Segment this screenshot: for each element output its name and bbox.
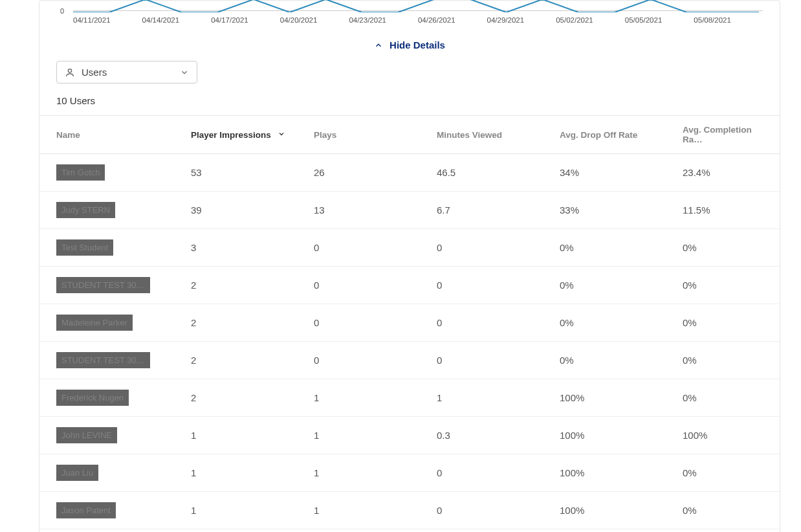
x-axis-label: 04/26/2021 xyxy=(418,16,487,24)
analytics-card: 0 04/11/202104/14/202104/17/202104/20/20… xyxy=(39,0,780,532)
hide-details-label: Hide Details xyxy=(390,39,445,50)
filter-value: Users xyxy=(82,67,107,78)
table-row[interactable]: Test Student3000%0% xyxy=(39,229,780,267)
cell-plays: 13 xyxy=(302,192,425,229)
cell-completion: 100% xyxy=(671,417,780,454)
cell-minutes: 0 xyxy=(425,229,548,267)
cell-completion: 0% xyxy=(671,229,780,267)
user-name-chip: Madeleine Parker xyxy=(56,315,133,331)
cell-drop: 0% xyxy=(548,229,671,267)
x-axis-label: 05/05/2021 xyxy=(625,16,694,24)
x-axis-label: 05/02/2021 xyxy=(556,16,625,24)
chevron-up-icon xyxy=(374,41,383,50)
cell-impressions: 2 xyxy=(179,267,302,304)
cell-minutes: 0.3 xyxy=(425,417,548,454)
x-axis-label: 05/08/2021 xyxy=(694,16,763,24)
filter-dropdown[interactable]: Users xyxy=(56,61,197,83)
cell-plays: 0 xyxy=(302,229,425,267)
user-name-chip: John LEVINE xyxy=(56,427,117,443)
cell-drop: 100% xyxy=(548,492,671,529)
svg-point-0 xyxy=(68,69,71,72)
cell-completion: 0% xyxy=(671,304,780,342)
cell-impressions: 2 xyxy=(179,304,302,342)
x-axis-label: 04/17/2021 xyxy=(211,16,280,24)
user-name-chip: Jason Patent xyxy=(56,502,116,518)
col-header-avg-completion[interactable]: Avg. Completion Ra… xyxy=(671,116,780,154)
table-row[interactable]: Jason Patent110100%0% xyxy=(39,492,780,529)
cell-completion: 0% xyxy=(671,454,780,492)
col-header-avg-drop-off[interactable]: Avg. Drop Off Rate xyxy=(548,116,671,154)
cell-minutes: 0 xyxy=(425,304,548,342)
cell-drop: 100% xyxy=(548,417,671,454)
cell-minutes: 0 xyxy=(425,492,548,529)
cell-minutes: 6.7 xyxy=(425,192,548,229)
table-row[interactable]: STUDENT TEST 30…2000%0% xyxy=(39,267,780,304)
cell-impressions: 3 xyxy=(179,229,302,267)
hide-details-toggle[interactable]: Hide Details xyxy=(39,39,780,50)
user-name-chip: STUDENT TEST 30… xyxy=(56,277,150,293)
x-axis-label: 04/14/2021 xyxy=(142,16,212,24)
cell-completion: 0% xyxy=(671,267,780,304)
user-name-chip: Judy STERN xyxy=(56,202,115,218)
table-row[interactable]: STUDENT TEST 30…2000%0% xyxy=(39,342,780,379)
chevron-down-icon xyxy=(180,68,189,77)
cell-drop: 100% xyxy=(548,379,671,417)
cell-completion: 23.4% xyxy=(671,154,780,192)
chart-line xyxy=(73,0,759,12)
chart-area: 0 04/11/202104/14/202104/17/202104/20/20… xyxy=(56,1,763,29)
cell-drop: 34% xyxy=(548,154,671,192)
cell-drop: 0% xyxy=(548,342,671,379)
cell-plays: 0 xyxy=(302,342,425,379)
cell-plays: 1 xyxy=(302,454,425,492)
cell-plays: 0 xyxy=(302,304,425,342)
col-header-player-impressions[interactable]: Player Impressions xyxy=(179,116,302,154)
cell-impressions: 2 xyxy=(179,379,302,417)
user-icon xyxy=(65,67,75,78)
table-row[interactable]: Frederick Nugen211100%0% xyxy=(39,379,780,417)
cell-completion: 11.5% xyxy=(671,192,780,229)
user-name-chip: STUDENT TEST 30… xyxy=(56,352,150,368)
x-axis-label: 04/29/2021 xyxy=(487,16,556,24)
user-name-chip: Test Student xyxy=(56,239,113,256)
cell-impressions: 39 xyxy=(179,192,302,229)
sort-desc-icon xyxy=(278,130,285,140)
cell-impressions: 2 xyxy=(179,342,302,379)
cell-plays: 1 xyxy=(302,492,425,529)
cell-completion: 0% xyxy=(671,379,780,417)
table-row[interactable]: Judy STERN39136.733%11.5% xyxy=(39,192,780,229)
user-name-chip: Juan Liu xyxy=(56,465,98,481)
cell-minutes: 0 xyxy=(425,267,548,304)
cell-impressions: 53 xyxy=(179,154,302,192)
cell-impressions: 1 xyxy=(179,417,302,454)
cell-plays: 0 xyxy=(302,267,425,304)
cell-completion: 0% xyxy=(671,342,780,379)
cell-minutes: 0 xyxy=(425,342,548,379)
users-table: Name Player Impressions Plays Minutes Vi… xyxy=(39,115,780,529)
table-row[interactable]: Tim Gotch532646.534%23.4% xyxy=(39,154,780,192)
cell-impressions: 1 xyxy=(179,454,302,492)
cell-plays: 1 xyxy=(302,379,425,417)
x-axis-label: 04/11/2021 xyxy=(73,16,142,24)
cell-plays: 26 xyxy=(302,154,425,192)
table-row[interactable]: Juan Liu110100%0% xyxy=(39,454,780,492)
user-name-chip: Frederick Nugen xyxy=(56,390,129,406)
cell-drop: 33% xyxy=(548,192,671,229)
col-header-name[interactable]: Name xyxy=(39,116,179,154)
col-header-minutes-viewed[interactable]: Minutes Viewed xyxy=(425,116,548,154)
cell-completion: 0% xyxy=(671,492,780,529)
y-axis-zero: 0 xyxy=(60,7,64,15)
cell-minutes: 1 xyxy=(425,379,548,417)
table-row[interactable]: John LEVINE110.3100%100% xyxy=(39,417,780,454)
x-axis-label: 04/23/2021 xyxy=(349,16,418,24)
cell-minutes: 46.5 xyxy=(425,154,548,192)
cell-drop: 100% xyxy=(548,454,671,492)
col-header-player-impressions-label: Player Impressions xyxy=(191,130,271,140)
result-count: 10 Users xyxy=(56,95,763,106)
x-axis-labels: 04/11/202104/14/202104/17/202104/20/2021… xyxy=(73,16,763,24)
cell-minutes: 0 xyxy=(425,454,548,492)
user-name-chip: Tim Gotch xyxy=(56,164,105,181)
col-header-plays[interactable]: Plays xyxy=(302,116,425,154)
table-row[interactable]: Madeleine Parker2000%0% xyxy=(39,304,780,342)
x-axis-label: 04/20/2021 xyxy=(280,16,349,24)
cell-drop: 0% xyxy=(548,267,671,304)
